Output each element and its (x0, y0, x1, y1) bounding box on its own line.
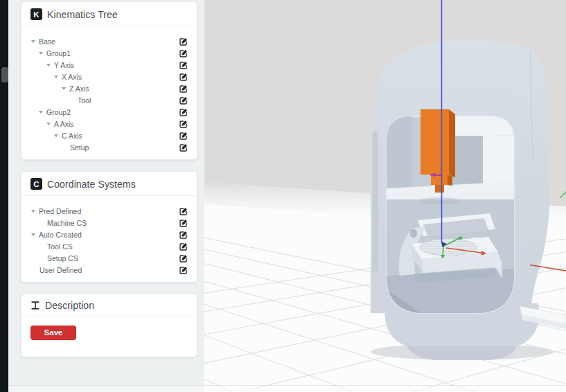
kinematics-icon: K (30, 8, 42, 20)
edit-button[interactable] (179, 265, 188, 275)
tree-item-label: Machine CS (47, 219, 87, 227)
caret-down-icon[interactable] (46, 64, 51, 66)
edit-icon (179, 219, 188, 227)
edit-icon (179, 108, 188, 116)
interior-gray-box (451, 136, 483, 186)
tree-item[interactable]: User Defined (21, 264, 197, 276)
tree-item[interactable]: Setup CS (21, 252, 197, 264)
edit-button[interactable] (179, 72, 188, 82)
tree-item[interactable]: Base (21, 35, 197, 47)
tree-item-label: Setup CS (47, 254, 78, 262)
tree-item[interactable]: A Axis (21, 118, 197, 130)
caret-down-icon[interactable] (39, 111, 43, 114)
kinematics-tree-list: BaseGroup1Y AxisX AxisZ AxisToolGroup2A … (21, 26, 197, 159)
tree-item-label: Group2 (46, 108, 71, 116)
tree-item[interactable]: Z Axis (21, 82, 197, 94)
cnc-machine-scene (204, 0, 566, 392)
tree-item-label: C Axis (62, 132, 82, 140)
edit-button[interactable] (179, 96, 188, 105)
caret-down-icon[interactable] (46, 123, 51, 125)
left-sidebar: K Kinematics Tree BaseGroup1Y AxisX Axis… (8, 0, 204, 392)
tree-item-label: User Defined (39, 266, 82, 274)
caret-down-icon[interactable] (31, 233, 35, 236)
kinematics-tree-panel: K Kinematics Tree BaseGroup1Y AxisX Axis… (21, 1, 197, 160)
tree-item-label: Auto Created (39, 231, 82, 239)
rail-drag-handle[interactable] (1, 67, 8, 82)
coordinate-systems-icon: C (30, 178, 42, 190)
edit-icon (179, 61, 188, 69)
tree-item-label: A Axis (54, 120, 74, 128)
description-icon (30, 301, 40, 310)
save-button[interactable]: Save (30, 326, 76, 340)
edit-button[interactable] (179, 206, 188, 216)
3d-viewport[interactable] (204, 0, 566, 392)
edit-icon (179, 143, 188, 152)
edit-button[interactable] (179, 60, 188, 70)
panel-title: Description (45, 300, 94, 311)
panel-title: Kinematics Tree (47, 9, 118, 20)
coordinate-systems-panel: C Coordinate Systems Pred DefinedMachine… (21, 171, 197, 283)
edit-icon (179, 231, 188, 239)
tree-item[interactable]: Group2 (21, 106, 197, 118)
tree-item[interactable]: Group1 (21, 47, 197, 59)
edit-button[interactable] (179, 84, 188, 93)
kinematics-tree-header: K Kinematics Tree (21, 2, 197, 26)
coordinate-systems-header: C Coordinate Systems (21, 172, 197, 196)
tree-item[interactable]: Machine CS (21, 217, 197, 229)
edit-icon (179, 49, 188, 57)
edit-icon (179, 242, 188, 251)
caret-down-icon[interactable] (31, 210, 35, 213)
caret-down-icon[interactable] (39, 52, 43, 55)
edit-icon (179, 73, 188, 81)
tree-item-label: Tool CS (47, 242, 73, 251)
collapsed-nav-rail[interactable] (0, 0, 8, 392)
tree-item-label: X Axis (62, 73, 82, 81)
tree-item-label: Setup (70, 143, 89, 152)
edit-icon (179, 207, 188, 215)
edit-button[interactable] (179, 253, 188, 263)
description-header: Description (21, 294, 197, 317)
edit-button[interactable] (179, 143, 188, 152)
tree-item-label: Y Axis (54, 61, 74, 69)
coordinate-systems-list: Pred DefinedMachine CSAuto CreatedTool C… (21, 196, 197, 282)
description-panel: Description Save (21, 294, 197, 357)
tree-item[interactable]: Setup (21, 141, 197, 153)
description-body: Save (21, 317, 197, 357)
caret-down-icon[interactable] (54, 75, 58, 78)
tree-item[interactable]: Pred Defined (21, 205, 197, 217)
caret-down-icon[interactable] (62, 87, 66, 90)
tree-item[interactable]: C Axis (21, 130, 197, 141)
edit-icon (179, 254, 188, 262)
tree-item[interactable]: Tool (21, 94, 197, 106)
edit-button[interactable] (179, 48, 188, 58)
tree-item[interactable]: Tool CS (21, 240, 197, 252)
edit-icon (179, 84, 188, 93)
tree-item-label: Pred Defined (39, 207, 81, 215)
door-handle (373, 132, 378, 271)
caret-down-icon[interactable] (31, 40, 35, 43)
edit-button[interactable] (179, 230, 188, 240)
tree-item-label: Base (39, 37, 55, 46)
edit-button[interactable] (179, 242, 188, 251)
tree-item-label: Tool (78, 96, 91, 105)
edit-button[interactable] (179, 119, 188, 129)
tree-item-label: Z Axis (69, 84, 89, 93)
machine-interior (387, 109, 514, 313)
edit-icon (179, 37, 188, 46)
caret-down-icon[interactable] (54, 134, 58, 137)
panel-title: Coordinate Systems (47, 179, 136, 190)
tree-item-label: Group1 (46, 49, 71, 57)
edit-button[interactable] (179, 218, 188, 228)
edit-button[interactable] (179, 107, 188, 117)
edit-button[interactable] (179, 37, 188, 46)
edit-button[interactable] (179, 131, 188, 141)
tree-item[interactable]: X Axis (21, 71, 197, 82)
tree-item[interactable]: Y Axis (21, 59, 197, 71)
edit-icon (179, 266, 188, 274)
edit-icon (179, 120, 188, 128)
edit-icon (179, 96, 188, 105)
edit-icon (179, 132, 188, 140)
tree-item[interactable]: Auto Created (21, 229, 197, 240)
